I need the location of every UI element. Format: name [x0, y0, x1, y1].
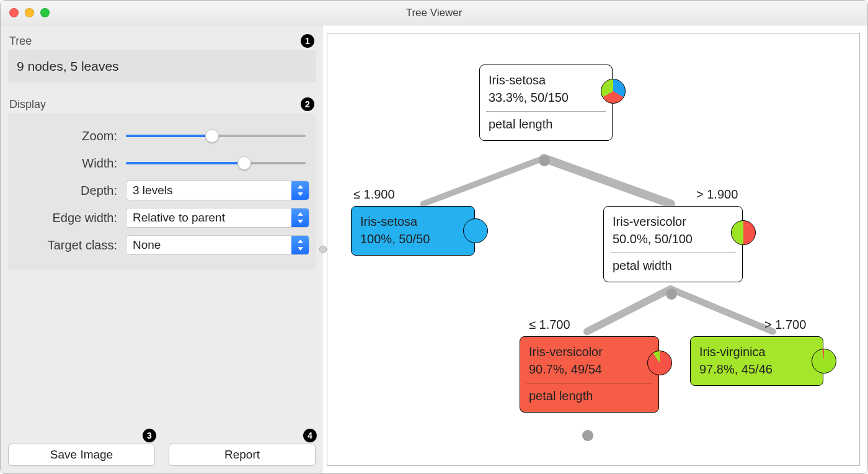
- split-knob[interactable]: [666, 288, 677, 300]
- split-knob[interactable]: [582, 430, 593, 441]
- tree-canvas[interactable]: Iris-setosa 33.3%, 50/150 petal length ≤…: [327, 33, 860, 466]
- edge-width-select[interactable]: Relative to parent: [126, 208, 309, 228]
- pie-icon: [463, 218, 488, 243]
- split-knob[interactable]: [539, 155, 550, 166]
- tree-node-internal[interactable]: Iris-versicolor 90.7%, 49/54 petal lengt…: [520, 336, 659, 413]
- tree-node-internal[interactable]: Iris-versicolor 50.0%, 50/100 petal widt…: [603, 206, 743, 282]
- width-label: Width:: [14, 156, 126, 171]
- zoom-slider[interactable]: [126, 130, 309, 142]
- display-section-header: Display 2: [8, 95, 316, 114]
- target-class-select[interactable]: None: [126, 235, 309, 255]
- callout-4: 4: [303, 429, 317, 442]
- pie-icon: [812, 349, 836, 373]
- node-class: Iris-setosa: [360, 213, 466, 230]
- tree-node-leaf[interactable]: Iris-virginica 97.8%, 45/46: [690, 336, 823, 386]
- tree-summary: 9 nodes, 5 leaves: [8, 50, 316, 83]
- splitter-handle[interactable]: [319, 246, 327, 253]
- tree-header-label: Tree: [9, 35, 32, 48]
- titlebar: Tree Viewer: [1, 1, 867, 25]
- node-stat: 50.0%, 50/100: [613, 230, 733, 248]
- node-class: Iris-virginica: [699, 343, 814, 360]
- display-header-label: Display: [9, 98, 46, 111]
- chevron-updown-icon: [291, 208, 309, 227]
- tree-section-header: Tree 1: [8, 32, 316, 50]
- target-class-value: None: [126, 238, 291, 252]
- callout-1: 1: [301, 34, 314, 48]
- edge-label: > 1.700: [764, 318, 806, 332]
- chevron-updown-icon: [291, 181, 309, 200]
- chevron-updown-icon: [291, 236, 309, 254]
- window-title: Tree Viewer: [1, 7, 867, 19]
- node-stat: 33.3%, 50/150: [489, 89, 603, 106]
- node-stat: 97.8%, 45/46: [699, 360, 814, 378]
- edge-width-value: Relative to parent: [126, 211, 291, 225]
- edge-label: ≤ 1.900: [353, 187, 395, 202]
- report-button[interactable]: Report: [169, 444, 316, 466]
- width-slider[interactable]: [126, 157, 309, 169]
- node-class: Iris-setosa: [489, 71, 603, 89]
- node-stat: 90.7%, 49/54: [529, 360, 650, 378]
- callout-2: 2: [301, 97, 314, 111]
- tree-node-root[interactable]: Iris-setosa 33.3%, 50/150 petal length: [479, 65, 613, 141]
- edge-label: ≤ 1.700: [529, 318, 570, 332]
- side-panel: Tree 1 9 nodes, 5 leaves Display 2 Zoom:: [1, 25, 323, 473]
- pie-icon: [731, 220, 756, 245]
- depth-label: Depth:: [14, 184, 126, 198]
- tree-node-leaf[interactable]: Iris-setosa 100%, 50/50: [351, 206, 475, 256]
- node-split: petal length: [489, 115, 603, 133]
- callout-3: 3: [143, 429, 156, 442]
- node-class: Iris-versicolor: [529, 343, 650, 360]
- app-window: Tree Viewer Tree 1 9 nodes, 5 leaves Dis…: [0, 0, 868, 474]
- pie-icon: [647, 351, 672, 375]
- pie-icon: [601, 79, 626, 104]
- zoom-label: Zoom:: [14, 129, 126, 143]
- edge-width-label: Edge width:: [14, 211, 126, 225]
- depth-select[interactable]: 3 levels: [126, 181, 309, 200]
- node-class: Iris-versicolor: [613, 213, 733, 230]
- depth-value: 3 levels: [126, 184, 291, 197]
- save-image-button[interactable]: Save Image: [8, 444, 155, 466]
- node-split: petal width: [613, 257, 733, 274]
- node-split: petal length: [529, 387, 650, 405]
- target-class-label: Target class:: [14, 238, 126, 253]
- node-stat: 100%, 50/50: [360, 230, 466, 248]
- edge-label: > 1.900: [696, 187, 738, 202]
- bottom-bar: 3 Save Image 4 Report: [8, 439, 316, 466]
- display-box: Zoom: Width: Depth: 3: [8, 114, 316, 270]
- content: Tree 1 9 nodes, 5 leaves Display 2 Zoom:: [1, 25, 867, 473]
